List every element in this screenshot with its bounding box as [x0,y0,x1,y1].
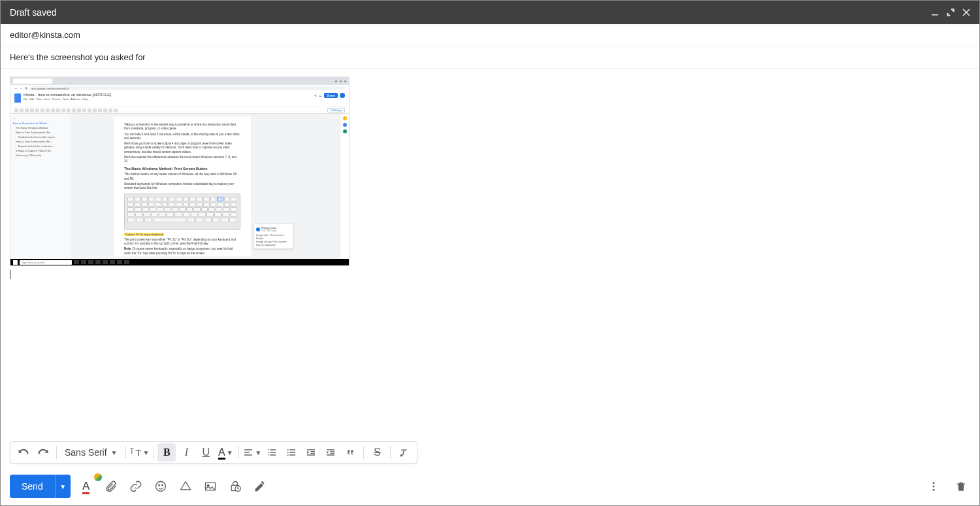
font-select[interactable]: Sans Serif ▼ [61,447,122,458]
keyboard-image [124,194,240,230]
minimize-icon[interactable] [931,8,939,16]
insert-link-icon[interactable] [127,477,145,496]
svg-point-1 [287,449,289,450]
window-title: Draft saved [10,7,57,18]
mini-right-sidebar [340,114,349,259]
text-color-button[interactable]: A▼ [216,443,235,462]
send-more-button[interactable]: ▼ [55,475,71,498]
message-body[interactable]: ←→⟳ docs.google.com/document/d/1b Kinsta… [1,69,979,443]
mini-share-button: Share [324,93,338,98]
recipient-value: editor@kinsta.com [10,30,80,40]
mini-docs-header: Kinsta - how to screenshot on windows [A… [10,92,349,107]
svg-point-6 [161,485,163,486]
compose-bottom-bar: Send ▼ A [1,467,979,505]
numbered-list-button[interactable] [263,443,281,462]
send-button[interactable]: Send [10,475,55,498]
subject-row[interactable]: Here's the screenshot you asked for [1,46,979,69]
svg-point-2 [287,452,289,453]
chevron-down-icon: ▼ [255,449,261,456]
font-size-button[interactable]: TT ▼ [130,443,150,462]
indent-more-button[interactable] [321,443,340,462]
bold-button[interactable]: B [157,443,176,462]
close-icon[interactable] [962,8,970,16]
remove-formatting-button[interactable] [395,443,413,462]
svg-point-11 [933,482,935,484]
format-toolbar: Sans Serif ▼ TT ▼ B I U A▼ ▼ S [10,441,417,464]
chevron-down-icon: ▼ [111,449,118,456]
more-options-icon[interactable] [924,477,943,496]
font-name: Sans Serif [65,447,107,458]
italic-button[interactable]: I [177,443,195,462]
svg-point-4 [155,482,165,492]
insert-drive-icon[interactable] [176,477,195,496]
confidential-mode-icon[interactable] [226,477,244,496]
mini-docs-menu: FileEditViewInsertFormatToolsAdd-onsHelp [24,97,312,101]
undo-button[interactable] [14,443,33,462]
align-button[interactable]: ▼ [243,443,261,462]
svg-point-13 [933,489,935,491]
svg-point-3 [287,454,289,456]
compose-titlebar: Draft saved [1,1,979,24]
quote-button[interactable] [341,443,359,462]
svg-point-12 [933,486,935,488]
svg-rect-0 [932,14,938,16]
chevron-down-icon: ▼ [142,449,149,456]
strikethrough-button[interactable]: S [368,443,386,462]
mini-docs-title: Kinsta - how to screenshot on windows [A… [24,93,312,97]
insert-emoji-icon[interactable] [152,477,170,496]
insert-photo-icon[interactable] [201,477,220,496]
mini-outline: ← How to Screenshot on Windo... The Basi… [10,114,71,259]
formatting-options-icon[interactable]: A [77,477,95,496]
insert-signature-icon[interactable] [251,477,269,496]
mini-doc-page: Taking a screenshot is the easiest way t… [114,116,251,256]
titlebar-actions [931,8,970,16]
mini-docs-toolbar: ✎ Editing ▾ [10,107,349,114]
redo-button[interactable] [34,443,52,462]
mini-windows-taskbar: Type here to search [10,259,349,265]
mini-comment-panel: Writing Team 5:41 PM Today Image title: … [251,116,297,256]
send-button-group: Send ▼ [10,475,71,498]
bullet-list-button[interactable] [282,443,301,462]
mini-urlbar: ←→⟳ docs.google.com/document/d/1b [10,85,349,92]
svg-point-5 [158,485,159,486]
chevron-down-icon: ▼ [227,449,233,456]
subject-value: Here's the screenshot you asked for [10,52,146,62]
popout-icon[interactable] [947,8,955,16]
text-caret [10,270,10,279]
docs-logo-icon [14,93,21,103]
mini-url-text: docs.google.com/document/d/1b [29,86,345,90]
recipients-row[interactable]: editor@kinsta.com [1,24,979,46]
underline-button[interactable]: U [197,443,215,462]
indent-less-button[interactable] [302,443,320,462]
mini-browser-tabs [10,77,349,85]
attach-file-icon[interactable] [102,477,120,496]
attached-screenshot[interactable]: ←→⟳ docs.google.com/document/d/1b Kinsta… [10,76,350,266]
discard-draft-icon[interactable] [952,477,970,496]
